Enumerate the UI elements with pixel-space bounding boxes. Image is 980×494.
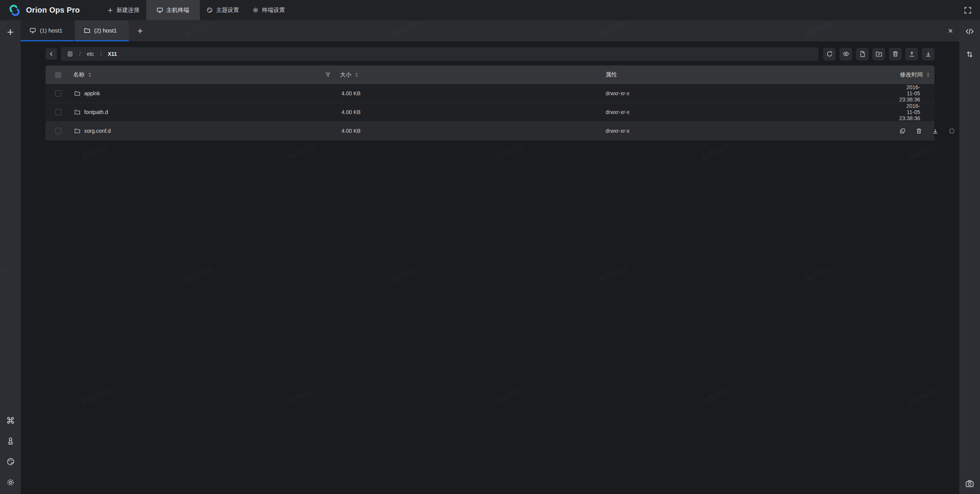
file-name: xorg.conf.d bbox=[84, 128, 111, 134]
table-row[interactable]: fontpath.d 4.00 KB drwxr-xr-x 2016-11-05… bbox=[46, 103, 934, 122]
sort-icon bbox=[355, 72, 358, 77]
filter-icon[interactable] bbox=[325, 72, 331, 78]
file-mtime: 2016-11-05 23:38:36 bbox=[899, 84, 944, 103]
app-logo-icon bbox=[8, 3, 21, 17]
tab-label: (2) host1 bbox=[94, 27, 117, 34]
tab-label: (1) host1 bbox=[40, 27, 62, 34]
column-header-name[interactable]: 名称 bbox=[71, 71, 325, 78]
file-name: applnk bbox=[84, 90, 100, 96]
file-attr: drwxr-xr-x bbox=[589, 109, 899, 115]
top-bar: Orion Ops Pro 新建连接 主机终端 主题设置 bbox=[0, 0, 980, 20]
user-icon[interactable] bbox=[4, 434, 17, 447]
monitor-icon bbox=[29, 27, 36, 34]
refresh-button[interactable] bbox=[823, 48, 836, 60]
add-connection-button[interactable]: + bbox=[4, 26, 17, 39]
palette-icon bbox=[206, 7, 213, 13]
file-attr: drwxr-xr-x bbox=[589, 90, 899, 96]
column-header-size[interactable]: 大小 bbox=[325, 71, 589, 78]
file-mtime: 2016-11-05 23:38:36 bbox=[899, 103, 944, 121]
breadcrumb-segment-etc[interactable]: etc bbox=[87, 51, 94, 57]
breadcrumb-separator: / bbox=[100, 51, 102, 57]
menu-item-theme-settings[interactable]: 主题设置 bbox=[200, 0, 246, 20]
row-checkbox[interactable] bbox=[55, 90, 61, 96]
file-size: 4.00 KB bbox=[325, 109, 589, 115]
new-folder-button[interactable] bbox=[872, 48, 885, 60]
fullscreen-icon[interactable] bbox=[961, 4, 974, 17]
table-row[interactable]: xorg.conf.d 4.00 KB drwxr-xr-x bbox=[46, 122, 934, 140]
close-tab-button[interactable]: × bbox=[942, 20, 959, 41]
tab-host1-terminal[interactable]: (1) host1 bbox=[21, 20, 74, 41]
gear-icon bbox=[252, 7, 259, 13]
new-file-button[interactable] bbox=[856, 48, 869, 60]
column-header-mtime[interactable]: 修改时间 bbox=[899, 71, 934, 78]
copy-button[interactable] bbox=[899, 128, 906, 134]
command-icon[interactable] bbox=[4, 414, 17, 427]
tab-host1-files[interactable]: (2) host1 bbox=[75, 20, 129, 41]
delete-button[interactable] bbox=[889, 48, 902, 60]
plus-icon bbox=[107, 7, 113, 13]
root-directory-icon[interactable] bbox=[67, 51, 73, 57]
folder-icon bbox=[74, 128, 80, 134]
camera-icon[interactable] bbox=[963, 477, 976, 490]
menu-item-label: 主机终端 bbox=[167, 7, 189, 14]
row-checkbox[interactable] bbox=[55, 128, 61, 134]
code-icon[interactable] bbox=[963, 25, 976, 38]
menu-item-label: 主题设置 bbox=[216, 7, 239, 14]
download-button[interactable] bbox=[922, 48, 934, 60]
menu-item-new-connection[interactable]: 新建连接 bbox=[101, 0, 146, 20]
plus-icon: + bbox=[137, 26, 143, 36]
settings-icon[interactable] bbox=[4, 476, 17, 489]
preview-button[interactable] bbox=[840, 48, 852, 60]
file-table: 名称 大小 属性 bbox=[46, 65, 934, 140]
breadcrumb-separator: / bbox=[79, 51, 81, 57]
close-icon: × bbox=[948, 26, 953, 36]
theme-icon[interactable] bbox=[4, 455, 17, 468]
file-attr: drwxr-xr-x bbox=[589, 128, 899, 134]
upload-button[interactable] bbox=[905, 48, 918, 60]
row-checkbox[interactable] bbox=[55, 109, 61, 115]
folder-icon bbox=[74, 109, 80, 115]
column-label: 属性 bbox=[606, 71, 617, 78]
column-label: 大小 bbox=[340, 71, 351, 78]
top-menu: 新建连接 主机终端 主题设置 终端设置 bbox=[101, 0, 292, 20]
table-header-row: 名称 大小 属性 bbox=[46, 65, 934, 84]
delete-button[interactable] bbox=[916, 128, 922, 134]
left-sidebar: + bbox=[0, 20, 21, 494]
table-row[interactable]: applnk 4.00 KB drwxr-xr-x 2016-11-05 23:… bbox=[46, 84, 934, 103]
brand: Orion Ops Pro bbox=[0, 0, 90, 20]
file-toolbar bbox=[823, 48, 934, 60]
file-size: 4.00 KB bbox=[325, 90, 589, 96]
swap-vertical-icon[interactable] bbox=[963, 48, 976, 61]
file-manager-panel: / etc / X11 bbox=[21, 41, 959, 494]
app-title: Orion Ops Pro bbox=[26, 6, 80, 15]
sort-icon bbox=[926, 72, 930, 77]
column-label: 修改时间 bbox=[900, 71, 923, 78]
menu-item-terminal-settings[interactable]: 终端设置 bbox=[246, 0, 292, 20]
file-size: 4.00 KB bbox=[325, 128, 589, 134]
menu-item-host-terminal[interactable]: 主机终端 bbox=[146, 0, 200, 20]
plus-icon: + bbox=[7, 26, 14, 38]
download-button[interactable] bbox=[932, 128, 939, 134]
folder-icon bbox=[84, 27, 90, 34]
back-button[interactable] bbox=[46, 48, 57, 60]
select-all-checkbox[interactable] bbox=[55, 72, 61, 78]
column-header-attr: 属性 bbox=[589, 71, 899, 78]
move-button[interactable] bbox=[949, 128, 955, 134]
folder-icon bbox=[74, 90, 80, 96]
new-tab-button[interactable]: + bbox=[129, 20, 151, 41]
monitor-icon bbox=[157, 7, 163, 13]
column-label: 名称 bbox=[73, 71, 85, 78]
breadcrumb-segment-x11[interactable]: X11 bbox=[108, 51, 117, 57]
sort-icon bbox=[88, 72, 91, 77]
tab-bar: (1) host1 (2) host1 + × bbox=[21, 20, 959, 41]
right-sidebar bbox=[959, 20, 980, 494]
file-name: fontpath.d bbox=[84, 109, 108, 115]
menu-item-label: 新建连接 bbox=[117, 7, 140, 14]
breadcrumb: / etc / X11 bbox=[61, 47, 818, 61]
menu-item-label: 终端设置 bbox=[262, 7, 285, 14]
